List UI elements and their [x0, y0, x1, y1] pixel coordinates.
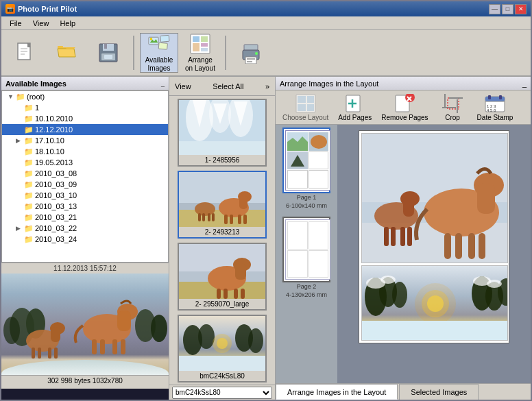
- page-thumb-2-inner[interactable]: [282, 217, 330, 282]
- svg-rect-125: [362, 134, 508, 263]
- layout-toolbar: Choose Layout Add Pages: [276, 90, 531, 125]
- minimize-button[interactable]: —: [489, 4, 500, 14]
- right-panel-minimize[interactable]: _: [522, 80, 527, 88]
- thumb-item-3[interactable]: 2- 2959070_large: [178, 243, 267, 311]
- tree-item-1[interactable]: 📁 1: [2, 102, 168, 113]
- date-stamp-icon: 1 2 3 4 5 6: [485, 94, 505, 113]
- main-content: Available Images _ ▼ 📁 (root) 📁 1: [1, 77, 531, 400]
- svg-rect-58: [239, 195, 247, 209]
- select-all-button[interactable]: Select All: [210, 81, 246, 92]
- svg-rect-54: [179, 172, 265, 203]
- svg-rect-25: [245, 57, 256, 64]
- title-controls: — □ ✕: [489, 4, 527, 14]
- svg-rect-76: [234, 289, 238, 299]
- choose-layout-button[interactable]: Choose Layout: [278, 92, 332, 123]
- add-pages-icon: [345, 94, 365, 113]
- svg-rect-44: [32, 348, 35, 359]
- layout-view: Page 1 6-100x140 mm: [276, 125, 531, 383]
- menu-file[interactable]: File: [4, 18, 27, 29]
- more-arrow[interactable]: »: [263, 81, 272, 92]
- menu-view[interactable]: View: [27, 18, 55, 29]
- title-bar: 📷 Photo Print Pilot — □ ✕: [1, 1, 531, 16]
- center-bottom-select[interactable]: bmC24kSsL80: [172, 387, 272, 399]
- svg-rect-13: [149, 37, 158, 45]
- svg-point-145: [380, 276, 396, 284]
- center-toolbar: View Select All »: [169, 77, 275, 96]
- svg-rect-61: [238, 215, 241, 224]
- svg-rect-38: [100, 339, 105, 354]
- page-thumb-2[interactable]: Page 2 4-130x206 mm: [282, 217, 330, 300]
- svg-rect-62: [243, 215, 247, 224]
- thumb-label-4: bmC24kSsL80: [179, 371, 265, 381]
- tree-item-2[interactable]: 📁 10.10.2010: [2, 113, 168, 124]
- thumb-item-2[interactable]: 2- 2493213: [178, 171, 267, 239]
- close-button[interactable]: ✕: [515, 4, 527, 14]
- thumb-item-1[interactable]: 1- 2485956: [178, 99, 267, 167]
- svg-rect-21: [201, 43, 208, 47]
- svg-rect-45: [38, 348, 41, 359]
- arrange-title: Arrange Images in the Layout: [280, 80, 378, 88]
- thumb-img-3: [179, 244, 265, 299]
- thumb-item-4[interactable]: bmC24kSsL80: [178, 315, 267, 382]
- thumb-img-4: [179, 316, 265, 371]
- svg-point-82: [248, 328, 263, 353]
- view-button[interactable]: View: [172, 81, 194, 92]
- tree-item-7[interactable]: 📁 2010_03_08: [2, 168, 168, 179]
- file-tree[interactable]: ▼ 📁 (root) 📁 1 📁 10.10.2010 📁: [1, 90, 169, 263]
- tree-item-11[interactable]: 📁 2010_03_21: [2, 212, 168, 223]
- tree-item-10[interactable]: 📁 2010_03_13: [2, 201, 168, 212]
- crop-button[interactable]: Crop: [434, 92, 472, 123]
- tree-item-4[interactable]: ▶ 📁 17.10.10: [2, 135, 168, 146]
- main-preview[interactable]: [337, 125, 531, 383]
- remove-pages-button[interactable]: Remove Pages: [377, 92, 432, 123]
- svg-rect-106: [499, 95, 502, 99]
- add-pages-label: Add Pages: [338, 114, 372, 121]
- svg-point-147: [487, 280, 502, 288]
- toolbar-open[interactable]: [48, 33, 86, 73]
- svg-rect-88: [307, 96, 314, 103]
- page-thumb-1[interactable]: Page 1 6-100x140 mm: [282, 127, 330, 211]
- center-panel: View Select All »: [169, 77, 276, 400]
- toolbar-print[interactable]: [232, 33, 270, 73]
- page-thumbs: Page 1 6-100x140 mm: [276, 125, 337, 383]
- toolbar-arrange[interactable]: Arrange on Layout: [181, 33, 219, 73]
- svg-rect-40: [121, 339, 125, 354]
- page-thumb-1-inner[interactable]: [282, 127, 330, 193]
- tree-root[interactable]: ▼ 📁 (root): [2, 91, 168, 102]
- tab-selected[interactable]: Selected Images: [399, 384, 479, 400]
- tree-item-3[interactable]: 📁 12.12.2010: [2, 124, 168, 135]
- svg-text:4 5 6: 4 5 6: [487, 108, 496, 112]
- svg-rect-89: [298, 104, 306, 111]
- tree-item-5[interactable]: 📁 18.10.10: [2, 146, 168, 157]
- tree-item-6[interactable]: 📁 19.05.2013: [2, 157, 168, 168]
- svg-rect-22: [201, 48, 208, 51]
- svg-rect-132: [407, 227, 412, 246]
- svg-rect-20: [193, 43, 200, 51]
- toolbar-available-images-label: Available Images: [143, 56, 176, 73]
- svg-rect-39: [112, 339, 117, 354]
- add-pages-button[interactable]: Add Pages: [334, 92, 376, 123]
- svg-rect-18: [193, 36, 200, 42]
- choose-layout-icon: [295, 94, 316, 113]
- left-panel-minimize[interactable]: _: [161, 80, 165, 87]
- menu-help[interactable]: Help: [54, 18, 81, 29]
- toolbar-save[interactable]: [89, 33, 128, 73]
- toolbar-available-images[interactable]: Available Images: [140, 33, 178, 73]
- tree-item-9[interactable]: 📁 2010_03_10: [2, 190, 168, 201]
- date-stamp-button[interactable]: 1 2 3 4 5 6 Date Stamp: [473, 92, 518, 123]
- svg-rect-73: [235, 263, 246, 280]
- main-toolbar: Available Images Arrange on Layout: [1, 30, 531, 77]
- tree-item-8[interactable]: 📁 2010_03_09: [2, 179, 168, 190]
- svg-rect-83: [179, 356, 265, 371]
- available-images-header: Available Images _: [1, 77, 169, 90]
- svg-rect-143: [362, 321, 508, 341]
- maximize-button[interactable]: □: [502, 4, 513, 14]
- svg-rect-59: [224, 215, 228, 224]
- toolbar-arrange-label: Arrange on Layout: [184, 56, 217, 73]
- tab-arrange[interactable]: Arrange Images in the Layout: [276, 384, 398, 400]
- toolbar-new[interactable]: [7, 33, 45, 73]
- svg-rect-26: [247, 58, 255, 60]
- tree-item-12[interactable]: ▶ 📁 2010_03_22: [2, 223, 168, 234]
- svg-rect-130: [391, 227, 396, 246]
- tree-item-13[interactable]: 📁 2010_03_24: [2, 234, 168, 245]
